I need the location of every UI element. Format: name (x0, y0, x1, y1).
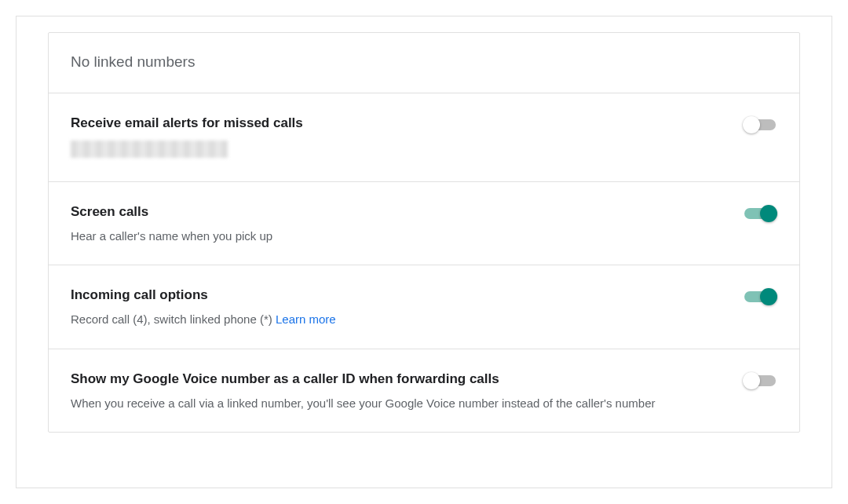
setting-screen-calls: Screen calls Hear a caller's name when y… (49, 182, 799, 266)
setting-description: Record call (4), switch linked phone (*)… (71, 311, 724, 328)
setting-title: Receive email alerts for missed calls (71, 114, 724, 133)
setting-content: Screen calls Hear a caller's name when y… (71, 203, 724, 245)
toggle-thumb (743, 372, 760, 389)
linked-numbers-title: No linked numbers (71, 53, 195, 70)
settings-card: No linked numbers Receive email alerts f… (48, 32, 800, 433)
setting-email-alerts: Receive email alerts for missed calls (49, 93, 799, 182)
setting-incoming-call-options: Incoming call options Record call (4), s… (49, 265, 799, 349)
setting-description: Hear a caller's name when you pick up (71, 228, 724, 245)
toggle-thumb (760, 288, 777, 305)
setting-description: When you receive a call via a linked num… (71, 395, 724, 412)
linked-numbers-header: No linked numbers (49, 33, 799, 93)
setting-content: Show my Google Voice number as a caller … (71, 370, 724, 412)
setting-caller-id: Show my Google Voice number as a caller … (49, 349, 799, 433)
settings-panel: No linked numbers Receive email alerts f… (16, 16, 832, 488)
setting-content: Incoming call options Record call (4), s… (71, 286, 724, 328)
learn-more-link[interactable]: Learn more (276, 312, 336, 326)
setting-title: Incoming call options (71, 286, 724, 305)
setting-title: Screen calls (71, 203, 724, 221)
toggle-caller-id[interactable] (743, 371, 777, 390)
description-text: Record call (4), switch linked phone (*) (71, 312, 276, 326)
redacted-email (71, 141, 228, 158)
toggle-email-alerts[interactable] (743, 115, 777, 134)
toggle-incoming-call-options[interactable] (743, 287, 777, 306)
toggle-thumb (760, 205, 777, 222)
toggle-screen-calls[interactable] (743, 204, 777, 223)
setting-content: Receive email alerts for missed calls (71, 114, 724, 161)
setting-title: Show my Google Voice number as a caller … (71, 370, 724, 389)
toggle-thumb (743, 116, 760, 133)
